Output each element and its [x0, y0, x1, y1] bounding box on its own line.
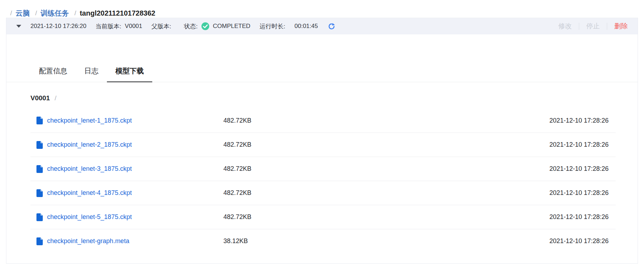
breadcrumb-item[interactable]: tangl202112101728362 [80, 9, 155, 17]
version-create-time: 2021-12-10 17:26:20 [30, 23, 86, 30]
file-modified-time: 2021-12-10 17:28:26 [549, 165, 616, 173]
file-download-link[interactable]: checkpoint_lenet-3_1875.ckpt [47, 165, 132, 173]
current-version-label: 当前版本: [96, 22, 121, 30]
file-size: 482.72KB [223, 141, 549, 148]
file-modified-time: 2021-12-10 17:28:26 [549, 237, 616, 245]
path-separator: / [55, 94, 56, 102]
breadcrumb-separator: / [10, 10, 12, 17]
file-row: checkpoint_lenet-4_1875.ckpt 482.72KB 20… [30, 181, 616, 205]
file-download-link[interactable]: checkpoint_lenet-2_1875.ckpt [47, 141, 132, 148]
training-task-card: 2021-12-10 17:26:20 当前版本: V0001 父版本: 状态:… [6, 18, 638, 264]
document-icon [36, 117, 43, 124]
document-icon [36, 165, 43, 173]
file-name-cell: checkpoint_lenet-1_1875.ckpt [36, 117, 223, 124]
document-icon [36, 213, 43, 221]
file-size: 482.72KB [223, 189, 549, 197]
file-download-link[interactable]: checkpoint_lenet-5_1875.ckpt [47, 213, 132, 221]
file-row: checkpoint_lenet-2_1875.ckpt 482.72KB 20… [30, 133, 616, 157]
caret-down-icon[interactable] [16, 25, 21, 28]
file-row: checkpoint_lenet-5_1875.ckpt 482.72KB 20… [30, 205, 616, 229]
page: / 云脑 / 训练任务 / tangl202112101728362 2021-… [0, 0, 644, 275]
document-icon [36, 141, 43, 149]
breadcrumb-crumb: / 云脑 [7, 9, 30, 18]
file-modified-time: 2021-12-10 17:28:26 [549, 213, 616, 221]
file-size: 38.12KB [223, 237, 549, 245]
status-label: 状态: [184, 22, 198, 30]
file-name-cell: checkpoint_lenet-graph.meta [36, 237, 223, 245]
version-actions: 修改 停止 删除 [551, 23, 628, 30]
file-modified-time: 2021-12-10 17:28:26 [549, 141, 616, 148]
file-row: checkpoint_lenet-1_1875.ckpt 482.72KB 20… [30, 108, 616, 133]
parent-version-label: 父版本: [152, 22, 171, 30]
duration-value: 00:01:45 [295, 23, 318, 30]
action-button[interactable]: 修改 [551, 23, 579, 30]
refresh-icon[interactable] [328, 23, 335, 30]
breadcrumb-item[interactable]: 云脑 [16, 9, 30, 18]
file-row: checkpoint_lenet-3_1875.ckpt 482.72KB 20… [30, 157, 616, 181]
tab[interactable]: 模型下载 [107, 61, 152, 82]
version-folder-link[interactable]: V0001 [30, 94, 50, 102]
file-modified-time: 2021-12-10 17:28:26 [549, 189, 616, 197]
file-size: 482.72KB [223, 213, 549, 221]
file-row: checkpoint_lenet-graph.meta 38.12KB 2021… [30, 229, 616, 253]
version-status-bar: 2021-12-10 17:26:20 当前版本: V0001 父版本: 状态:… [6, 18, 638, 34]
version-path: V0001 / [30, 94, 638, 102]
tab-strip: 配置信息 日志 模型下载 [6, 61, 638, 82]
breadcrumb-crumb: / 训练任务 [32, 9, 69, 18]
file-download-link[interactable]: checkpoint_lenet-graph.meta [47, 237, 129, 245]
document-icon [36, 237, 43, 245]
breadcrumb-crumb: / tangl202112101728362 [71, 9, 155, 17]
check-circle-icon [201, 22, 210, 30]
file-modified-time: 2021-12-10 17:28:26 [549, 117, 616, 124]
file-size: 482.72KB [223, 165, 549, 173]
breadcrumb: / 云脑 / 训练任务 / tangl202112101728362 [0, 0, 644, 18]
status-value: COMPLETED [213, 23, 250, 30]
breadcrumb-item[interactable]: 训练任务 [41, 9, 69, 18]
action-button[interactable]: 删除 [607, 23, 628, 30]
file-download-link[interactable]: checkpoint_lenet-4_1875.ckpt [47, 189, 132, 197]
file-size: 482.72KB [223, 117, 549, 124]
file-name-cell: checkpoint_lenet-4_1875.ckpt [36, 189, 223, 197]
action-button[interactable]: 停止 [579, 23, 607, 30]
file-download-link[interactable]: checkpoint_lenet-1_1875.ckpt [47, 117, 132, 124]
model-file-table: checkpoint_lenet-1_1875.ckpt 482.72KB 20… [30, 108, 616, 253]
tab[interactable]: 日志 [76, 61, 107, 82]
document-icon [36, 189, 43, 197]
duration-label: 运行时长: [260, 22, 285, 30]
tab[interactable]: 配置信息 [30, 61, 76, 82]
breadcrumb-separator: / [74, 10, 76, 17]
breadcrumb-separator: / [35, 10, 37, 17]
file-name-cell: checkpoint_lenet-2_1875.ckpt [36, 141, 223, 149]
file-name-cell: checkpoint_lenet-3_1875.ckpt [36, 165, 223, 173]
current-version-value: V0001 [125, 23, 142, 30]
file-name-cell: checkpoint_lenet-5_1875.ckpt [36, 213, 223, 221]
